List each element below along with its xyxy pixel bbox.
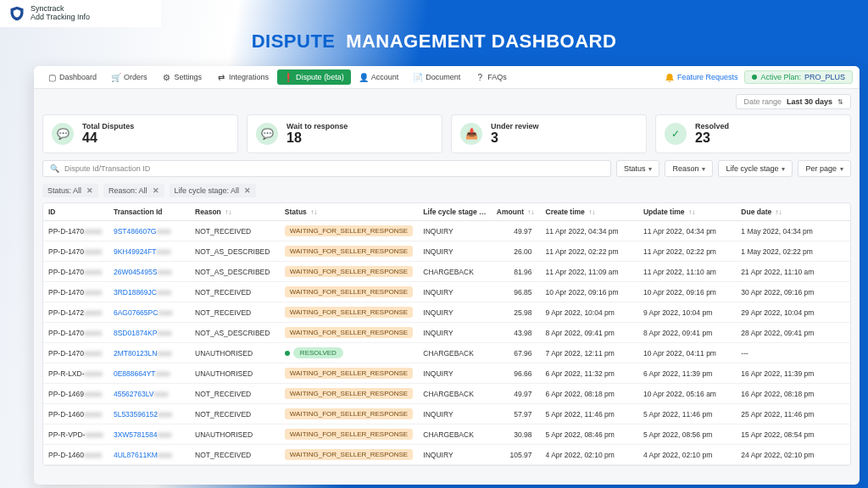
dashboard-panel: ▢Dashboard🛒Orders⚙Settings⇄Integrations❗…: [34, 66, 860, 485]
disputes-table: IDTransaction IdReason ↑↓Status ↑↓Life c…: [42, 202, 851, 466]
nav-tab-dashboard[interactable]: ▢Dashboard: [41, 69, 103, 85]
cell-create: 9 Apr 2022, 10:04 pm: [541, 302, 638, 323]
nav-tab-icon: ?: [476, 73, 484, 81]
nav-tab-document[interactable]: 📄Document: [407, 69, 467, 85]
sort-icon: ⇅: [837, 98, 843, 106]
cell-stage: INQUIRY: [418, 404, 492, 424]
col-create-time[interactable]: Create time ↑↓: [541, 203, 638, 221]
nav-tab-settings[interactable]: ⚙Settings: [156, 69, 209, 85]
cell-id: PP-D-1469xxxxx: [43, 384, 108, 404]
cell-reason: NOT_RECEIVED: [190, 404, 280, 424]
cell-amount: 49.97: [492, 384, 541, 404]
bell-icon[interactable]: [664, 71, 676, 83]
col-due-date[interactable]: Due date ↑↓: [736, 203, 850, 221]
table-row: PP-D-1470xxxxx2MT80123LNxxxxUNAUTHORISED…: [43, 343, 850, 363]
cell-transaction[interactable]: 5L533596152xxxx: [108, 404, 190, 424]
status-badge: WAITING_FOR_SELLER_RESPONSE: [285, 225, 413, 236]
cell-update: 10 Apr 2022, 04:11 pm: [638, 343, 736, 363]
stat-card-wait-to-response: 💬Wait to response18: [247, 114, 442, 153]
cell-update: 10 Apr 2022, 09:16 pm: [638, 282, 736, 302]
sort-icon: ↑↓: [527, 208, 534, 216]
cell-transaction[interactable]: 0E888664YTxxxx: [108, 363, 190, 384]
date-range-picker[interactable]: Date range Last 30 days ⇅: [736, 94, 851, 109]
stat-value: 3: [491, 130, 539, 146]
cell-reason: NOT_AS_DESCRIBED: [190, 241, 280, 262]
nav-tab-icon: ⚙: [163, 73, 171, 81]
cell-stage: CHARGEBACK: [418, 262, 492, 282]
cell-id: PP-D-1472xxxxx: [43, 302, 108, 323]
cell-update: 6 Apr 2022, 11:39 pm: [638, 363, 736, 384]
close-icon[interactable]: ✕: [244, 186, 251, 195]
stat-value: 44: [82, 130, 134, 146]
search-input[interactable]: 🔍 Dispute Id/Transaction ID: [42, 160, 611, 177]
cell-transaction[interactable]: 26W045495Sxxxx: [108, 262, 190, 282]
status-badge: WAITING_FOR_SELLER_RESPONSE: [285, 266, 413, 277]
cell-stage: INQUIRY: [418, 221, 492, 241]
nav-tab-faqs[interactable]: ?FAQs: [469, 69, 514, 85]
table-row: PP-R-VPD-xxxxx3XW5781584xxxxUNAUTHORISED…: [43, 424, 850, 445]
cell-transaction[interactable]: 8SD01874KPxxxx: [108, 323, 190, 343]
table-row: PP-D-1470xxxxx26W045495SxxxxNOT_AS_DESCR…: [43, 262, 850, 282]
cell-transaction[interactable]: 3RD18869JCxxxx: [108, 282, 190, 302]
cell-transaction[interactable]: 6AG07665PCxxxx: [108, 302, 190, 323]
filter-life-cycle-stage[interactable]: Life cycle stage▾: [718, 160, 793, 177]
cell-due: ---: [736, 343, 850, 363]
cell-status: RESOLVED: [280, 343, 418, 363]
cell-create: 5 Apr 2022, 08:46 pm: [541, 424, 638, 445]
cell-due: 24 Apr 2022, 02:10 pm: [736, 445, 850, 465]
cell-transaction[interactable]: 45562763LVxxxx: [108, 384, 190, 404]
col-update-time[interactable]: Update time ↑↓: [638, 203, 736, 221]
table-row: PP-R-LXD-xxxxx0E888664YTxxxxUNAUTHORISED…: [43, 363, 850, 384]
cell-amount: 43.98: [492, 323, 541, 343]
col-status[interactable]: Status ↑↓: [280, 203, 418, 221]
cell-stage: INQUIRY: [418, 445, 492, 465]
filter-chip[interactable]: Status: All✕: [42, 184, 98, 197]
nav-tab-orders[interactable]: 🛒Orders: [105, 69, 154, 85]
nav-tab-integrations[interactable]: ⇄Integrations: [210, 69, 275, 85]
cell-stage: INQUIRY: [418, 302, 492, 323]
nav-tab-account[interactable]: 👤Account: [353, 69, 406, 85]
close-icon[interactable]: ✕: [86, 186, 93, 195]
cell-create: 11 Apr 2022, 04:34 pm: [541, 221, 638, 241]
cell-amount: 81.96: [492, 262, 541, 282]
cell-amount: 30.98: [492, 424, 541, 445]
nav-tab-dispute-beta-[interactable]: ❗Dispute (beta): [277, 69, 351, 85]
status-dot-icon: [752, 75, 757, 80]
sort-icon: ↑↓: [310, 208, 317, 216]
close-icon[interactable]: ✕: [153, 186, 159, 195]
filter-chip[interactable]: Reason: All✕: [103, 184, 164, 197]
table-row: PP-D-1470xxxxx3RD18869JCxxxxNOT_RECEIVED…: [43, 282, 850, 302]
cell-reason: UNAUTHORISED: [190, 343, 280, 363]
filter-per-page[interactable]: Per page▾: [798, 160, 851, 177]
cell-update: 5 Apr 2022, 08:56 pm: [638, 424, 736, 445]
table-row: PP-D-1469xxxxx45562763LVxxxxNOT_RECEIVED…: [43, 384, 850, 404]
nav-tab-icon: ▢: [47, 73, 56, 81]
cell-stage: CHARGEBACK: [418, 384, 492, 404]
col-life-cycle-stage[interactable]: Life cycle stage ↑↓: [418, 203, 492, 221]
col-reason[interactable]: Reason ↑↓: [190, 203, 280, 221]
cell-transaction[interactable]: 9KH49924FTxxxx: [108, 241, 190, 262]
chevron-down-icon: ▾: [782, 165, 785, 173]
stat-title: Under review: [491, 122, 539, 130]
cell-transaction[interactable]: 2MT80123LNxxxx: [108, 343, 190, 363]
cell-status: WAITING_FOR_SELLER_RESPONSE: [280, 241, 418, 262]
filter-status[interactable]: Status▾: [616, 160, 660, 177]
filter-reason[interactable]: Reason▾: [665, 160, 713, 177]
stat-icon: 💬: [256, 123, 278, 145]
cell-stage: CHARGEBACK: [418, 343, 492, 363]
cell-create: 7 Apr 2022, 12:11 pm: [541, 343, 638, 363]
cell-transaction[interactable]: 4UL87611KMxxxx: [108, 445, 190, 465]
stat-icon: ✓: [665, 123, 687, 145]
cell-status: WAITING_FOR_SELLER_RESPONSE: [280, 323, 418, 343]
cell-transaction[interactable]: 3XW5781584xxxx: [108, 424, 190, 445]
cell-status: WAITING_FOR_SELLER_RESPONSE: [280, 424, 418, 445]
stat-card-resolved: ✓Resolved23: [655, 114, 851, 153]
col-amount[interactable]: Amount ↑↓: [492, 203, 541, 221]
cell-transaction[interactable]: 9ST486607Gxxxx: [108, 221, 190, 241]
cell-due: 21 Apr 2022, 11:10 am: [736, 262, 850, 282]
cell-due: 1 May 2022, 04:34 pm: [736, 221, 850, 241]
filter-chip[interactable]: Life cycle stage: All✕: [170, 184, 257, 197]
stat-icon: 📥: [460, 123, 482, 145]
feature-requests-link[interactable]: Feature Requests: [677, 73, 738, 81]
cell-id: PP-D-1460xxxxx: [43, 445, 108, 465]
